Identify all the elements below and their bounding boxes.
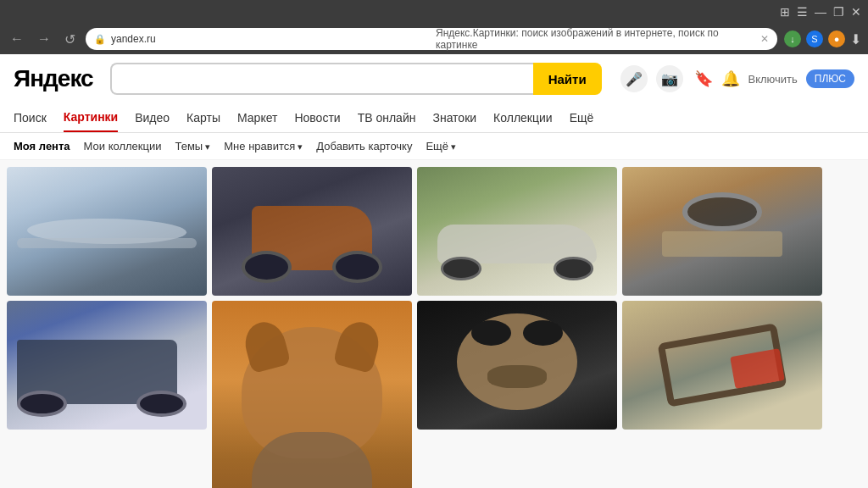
search-bar-container: Найти [110, 63, 602, 95]
logo-text: Яндекс [14, 65, 93, 92]
tab-market[interactable]: Маркет [237, 104, 277, 131]
image-item-airplane[interactable] [7, 167, 207, 296]
tab-experts[interactable]: Знатоки [432, 104, 476, 131]
plus-label: ПЛЮС [815, 73, 846, 85]
image-item-pug[interactable] [417, 301, 617, 430]
subnav-liked[interactable]: Мне нравится [224, 140, 303, 152]
forward-button[interactable]: → [34, 30, 54, 48]
tab-video[interactable]: Видео [135, 104, 170, 131]
lock-icon: 🔒 [94, 34, 106, 45]
yandex-header: Яндекс Найти 🎤 📷 🔖 🔔 Включить ПЛЮС [0, 54, 868, 133]
refresh-button[interactable]: ↺ [61, 30, 79, 49]
close-button[interactable]: ✕ [851, 5, 861, 19]
browser-toolbar: ← → ↺ 🔒 yandex.ru Яндекс.Картинки: поиск… [0, 24, 868, 54]
sub-nav: Моя лента Мои коллекции Темы Мне нравитс… [0, 133, 868, 160]
download-icon[interactable]: ⬇ [850, 31, 861, 47]
include-link[interactable]: Включить [748, 73, 798, 86]
bookmark-icon[interactable]: 🔖 [694, 69, 713, 88]
subnav-more[interactable]: Ещё [426, 140, 456, 152]
nav-tabs: Поиск Картинки Видео Карты Маркет Новост… [14, 103, 854, 132]
subnav-my-feed[interactable]: Моя лента [14, 140, 70, 152]
titlebar-icon-menu[interactable]: ☰ [797, 5, 808, 19]
tab-maps[interactable]: Карты [186, 104, 220, 131]
image-item-sportscar[interactable] [417, 167, 617, 296]
tab-search[interactable]: Поиск [14, 104, 47, 131]
grid-row-1 [7, 167, 861, 296]
grid-row-2 [7, 301, 861, 488]
browser-titlebar: ⊞ ☰ — ❐ ✕ [0, 0, 868, 24]
microphone-icon[interactable]: 🎤 [620, 65, 648, 92]
tab-more[interactable]: Ещё [570, 104, 594, 131]
subnav-themes[interactable]: Темы [175, 140, 210, 152]
browser-chrome: ⊞ ☰ — ❐ ✕ ← → ↺ 🔒 yandex.ru Яндекс.Карти… [0, 0, 868, 54]
search-input[interactable] [110, 63, 533, 95]
tab-news[interactable]: Новости [294, 104, 340, 131]
image-item-motorcycle[interactable] [212, 167, 412, 296]
image-item-car-interior[interactable] [622, 167, 822, 296]
image-grid [0, 160, 868, 488]
plus-button[interactable]: ПЛЮС [806, 69, 854, 88]
address-bar[interactable]: 🔒 yandex.ru Яндекс.Картинки: поиск изобр… [86, 28, 777, 50]
image-item-cat-dog[interactable] [212, 301, 412, 488]
search-button[interactable]: Найти [533, 63, 602, 95]
minimize-button[interactable]: — [815, 5, 826, 19]
titlebar-icon-grid[interactable]: ⊞ [780, 5, 790, 19]
header-right: 🔖 🔔 Включить ПЛЮС [694, 69, 854, 88]
subnav-add-card[interactable]: Добавить карточку [316, 140, 412, 152]
extension-icon-orange[interactable]: ● [828, 30, 845, 47]
search-extra-icons: 🎤 📷 [620, 65, 683, 92]
back-button[interactable]: ← [7, 30, 27, 48]
tab-images[interactable]: Картинки [64, 103, 118, 132]
header-top: Яндекс Найти 🎤 📷 🔖 🔔 Включить ПЛЮС [14, 63, 854, 95]
url-domain: yandex.ru [111, 33, 431, 45]
image-item-accessory[interactable] [622, 301, 822, 430]
tab-collections[interactable]: Коллекции [493, 104, 553, 131]
extension-icon-blue[interactable]: S [806, 30, 823, 47]
subnav-my-collections[interactable]: Мои коллекции [84, 140, 162, 152]
url-title: Яндекс.Картинки: поиск изображений в инт… [436, 27, 755, 51]
tab-tv[interactable]: ТВ онлайн [358, 104, 416, 131]
bell-icon[interactable]: 🔔 [721, 69, 740, 88]
yandex-logo[interactable]: Яндекс [14, 65, 93, 92]
extension-icons: ↓ S ● ⬇ [784, 30, 861, 47]
extension-icon-green[interactable]: ↓ [784, 30, 801, 47]
clear-url-icon[interactable]: ✕ [760, 33, 769, 45]
image-item-truck[interactable] [7, 301, 207, 430]
camera-icon[interactable]: 📷 [656, 65, 683, 92]
page-content: Яндекс Найти 🎤 📷 🔖 🔔 Включить ПЛЮС [0, 54, 868, 488]
restore-button[interactable]: ❐ [833, 5, 844, 19]
